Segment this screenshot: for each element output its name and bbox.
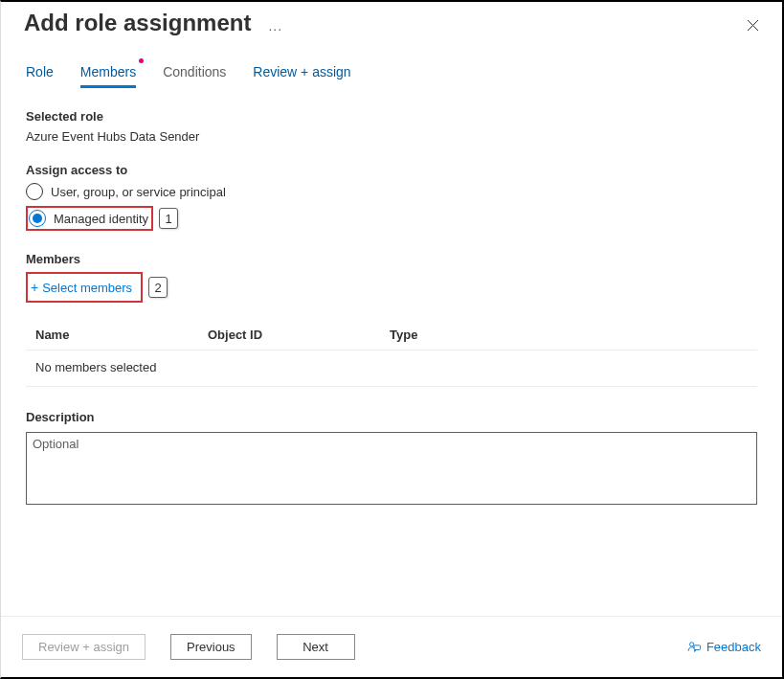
radio-label: Managed identity xyxy=(54,212,148,226)
dirty-indicator-icon xyxy=(139,58,144,63)
tab-review[interactable]: Review + assign xyxy=(253,64,350,88)
table-empty-row: No members selected xyxy=(26,351,757,387)
callout-number: 1 xyxy=(159,208,178,229)
callout-highlight: Managed identity xyxy=(26,206,153,231)
assign-access-label: Assign access to xyxy=(26,163,757,177)
page-title: Add role assignment xyxy=(24,10,251,36)
plus-icon: + xyxy=(31,280,38,295)
members-label: Members xyxy=(26,252,757,266)
description-input[interactable] xyxy=(26,432,757,505)
svg-rect-1 xyxy=(694,645,701,650)
radio-user-group-principal[interactable]: User, group, or service principal xyxy=(26,183,757,200)
select-members-label: Select members xyxy=(42,281,132,295)
tab-conditions[interactable]: Conditions xyxy=(163,64,226,88)
feedback-link[interactable]: Feedback xyxy=(687,640,761,654)
tab-role[interactable]: Role xyxy=(26,64,54,88)
tab-members-label: Members xyxy=(80,64,136,79)
col-header-name[interactable]: Name xyxy=(35,328,208,342)
radio-managed-identity[interactable]: Managed identity xyxy=(29,210,148,227)
selected-role-value: Azure Event Hubs Data Sender xyxy=(26,129,757,144)
radio-label: User, group, or service principal xyxy=(51,185,226,199)
table-header-row: Name Object ID Type xyxy=(26,328,757,351)
radio-icon[interactable] xyxy=(29,210,46,227)
select-members-button[interactable]: + Select members xyxy=(29,276,138,299)
callout-number: 2 xyxy=(148,277,168,298)
selected-role-label: Selected role xyxy=(26,109,757,124)
col-header-type[interactable]: Type xyxy=(390,328,748,342)
tab-members[interactable]: Members xyxy=(80,64,136,88)
review-assign-button: Review + assign xyxy=(22,634,146,660)
members-table: Name Object ID Type No members selected xyxy=(26,328,757,387)
radio-dot-icon xyxy=(33,214,42,223)
close-icon[interactable] xyxy=(743,15,763,37)
more-icon[interactable]: ··· xyxy=(268,21,282,36)
tab-bar: Role Members Conditions Review + assign xyxy=(1,37,782,88)
next-button[interactable]: Next xyxy=(277,634,355,660)
svg-point-0 xyxy=(689,643,693,646)
description-label: Description xyxy=(26,410,757,424)
radio-icon[interactable] xyxy=(26,183,43,200)
feedback-icon xyxy=(687,640,702,654)
col-header-object-id[interactable]: Object ID xyxy=(208,328,390,342)
callout-highlight: + Select members xyxy=(26,272,143,303)
feedback-label: Feedback xyxy=(706,640,761,654)
previous-button[interactable]: Previous xyxy=(170,634,252,660)
footer-bar: Review + assign Previous Next Feedback xyxy=(1,616,782,677)
